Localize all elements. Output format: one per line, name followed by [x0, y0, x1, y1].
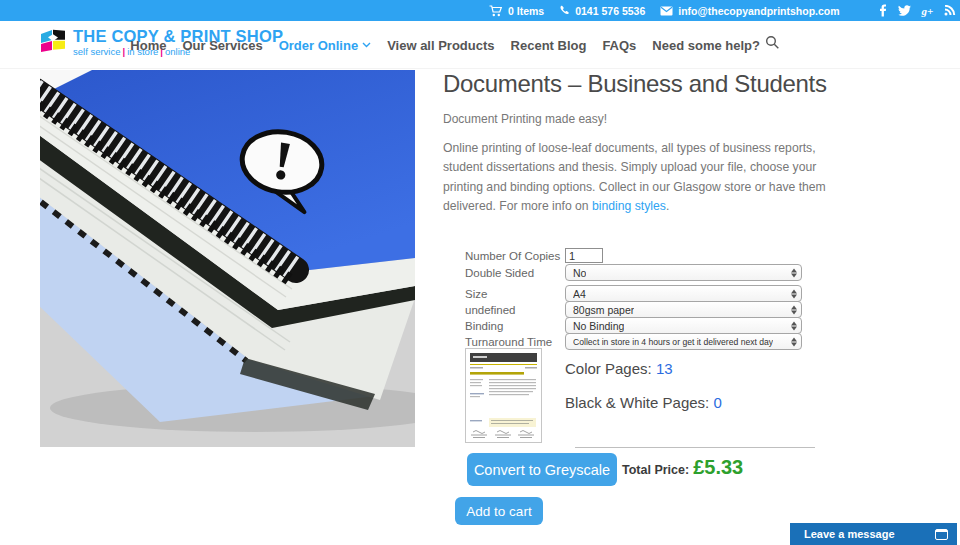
stepper-icon [791, 321, 797, 330]
nav-label: Our Services [182, 38, 262, 53]
facebook-icon [879, 4, 887, 17]
spiral-bound-documents-image [40, 70, 415, 447]
binding-styles-link[interactable]: binding styles [592, 199, 666, 213]
product-info: Documents – Business and Students Docume… [443, 70, 883, 216]
facebook-link[interactable] [879, 4, 887, 17]
copies-label: Number Of Copies [465, 250, 565, 262]
product-description: Online printing of loose-leaf documents,… [443, 139, 851, 216]
bw-pages-value: 0 [713, 394, 721, 411]
total-price: Total Price: £5.33 [622, 456, 743, 479]
binding-label: Binding [465, 320, 565, 332]
copies-row: Number Of Copies [465, 248, 603, 263]
twitter-icon [898, 5, 911, 16]
size-label: Size [465, 288, 565, 300]
nav-label: Order Online [279, 38, 358, 53]
document-preview-thumbnail [465, 348, 542, 443]
binding-select[interactable]: No Binding [565, 317, 802, 334]
double-sided-row: Double Sided No [465, 264, 802, 281]
select-value: A4 [573, 288, 586, 300]
paper-row: undefined 80gsm paper [465, 301, 802, 318]
chat-bar[interactable]: Leave a message [790, 523, 957, 545]
phone-number: 0141 576 5536 [575, 5, 645, 17]
twitter-link[interactable] [898, 5, 911, 16]
cart-count-label: 0 Items [508, 5, 544, 17]
rss-icon [944, 5, 956, 16]
nav-item-view-all-products[interactable]: View all Products [387, 38, 494, 53]
nav-label: FAQs [602, 38, 636, 53]
stepper-icon [791, 305, 797, 314]
cmyk-cube-logo-icon [40, 28, 67, 54]
number-of-copies-input[interactable] [565, 248, 603, 263]
add-to-cart-button[interactable]: Add to cart [455, 497, 543, 525]
stepper-icon [791, 268, 797, 277]
rss-link[interactable] [944, 5, 956, 16]
color-pages-line: Color Pages: 13 [565, 360, 673, 377]
nav-label: Need some help? [652, 38, 760, 53]
nav-item-home[interactable]: Home [130, 38, 166, 53]
bw-pages-line: Black & White Pages: 0 [565, 394, 722, 411]
nav-label: Home [130, 38, 166, 53]
stepper-icon [791, 289, 797, 298]
size-select[interactable]: A4 [565, 285, 802, 302]
nav-item-need-help[interactable]: Need some help? [652, 38, 760, 53]
product-subtitle: Document Printing made easy! [443, 112, 883, 126]
search-icon [765, 35, 780, 50]
nav-item-recent-blog[interactable]: Recent Blog [511, 38, 587, 53]
email-link[interactable]: info@thecopyandprintshop.com [660, 5, 839, 17]
nav-label: View all Products [387, 38, 494, 53]
total-price-label: Total Price: [622, 463, 689, 477]
order-form: Number Of Copies Double Sided No Size A4… [465, 248, 855, 538]
phone-link[interactable]: 0141 576 5536 [559, 5, 645, 17]
phone-icon [559, 5, 570, 16]
price-divider [575, 447, 815, 448]
nav-label: Recent Blog [511, 38, 587, 53]
color-pages-value: 13 [656, 360, 673, 377]
cart-link[interactable]: 0 Items [489, 5, 544, 17]
select-value: No [573, 267, 586, 279]
email-icon [660, 6, 673, 16]
select-value: Collect in store in 4 hours or get it de… [573, 337, 773, 347]
convert-to-greyscale-button[interactable]: Convert to Greyscale [467, 453, 617, 486]
double-sided-select[interactable]: No [565, 264, 802, 281]
stepper-icon [791, 337, 797, 346]
binding-row: Binding No Binding [465, 317, 802, 334]
top-bar: 0 Items 0141 576 5536 info@thecopyandpri… [0, 0, 960, 21]
bw-pages-label: Black & White Pages: [565, 394, 713, 411]
turnaround-label: Turnaround Time [465, 336, 565, 348]
nav-item-faqs[interactable]: FAQs [602, 38, 636, 53]
email-address: info@thecopyandprintshop.com [678, 5, 839, 17]
product-image [40, 70, 415, 447]
nav-item-order-online[interactable]: Order Online [279, 38, 371, 53]
select-value: No Binding [573, 320, 624, 332]
document-preview-image [465, 348, 542, 443]
paper-label: undefined [465, 304, 565, 316]
color-pages-label: Color Pages: [565, 360, 656, 377]
chat-label: Leave a message [804, 528, 895, 540]
main-nav: Home Our Services Order Online View all … [130, 21, 760, 69]
tagline-pipe: | [123, 46, 126, 57]
top-bar-content: 0 Items 0141 576 5536 info@thecopyandpri… [489, 0, 956, 21]
window-icon [935, 529, 948, 540]
tagline-part: self service [73, 46, 121, 57]
total-price-value: £5.33 [693, 456, 743, 479]
nav-item-our-services[interactable]: Our Services [182, 38, 262, 53]
turnaround-select[interactable]: Collect in store in 4 hours or get it de… [565, 333, 802, 350]
double-sided-label: Double Sided [465, 267, 565, 279]
google-plus-link[interactable]: g+ [922, 5, 934, 17]
description-text: . [666, 199, 669, 213]
select-value: 80gsm paper [573, 304, 634, 316]
paper-select[interactable]: 80gsm paper [565, 301, 802, 318]
page-title: Documents – Business and Students [443, 70, 883, 98]
chevron-down-icon [362, 42, 371, 48]
cart-icon [489, 5, 503, 17]
google-plus-icon: g+ [922, 5, 934, 17]
site-header: THE COPY & PRINT SHOP self service|in st… [0, 21, 960, 69]
search-button[interactable] [765, 35, 780, 54]
social-links: g+ [879, 4, 957, 17]
size-row: Size A4 [465, 285, 802, 302]
